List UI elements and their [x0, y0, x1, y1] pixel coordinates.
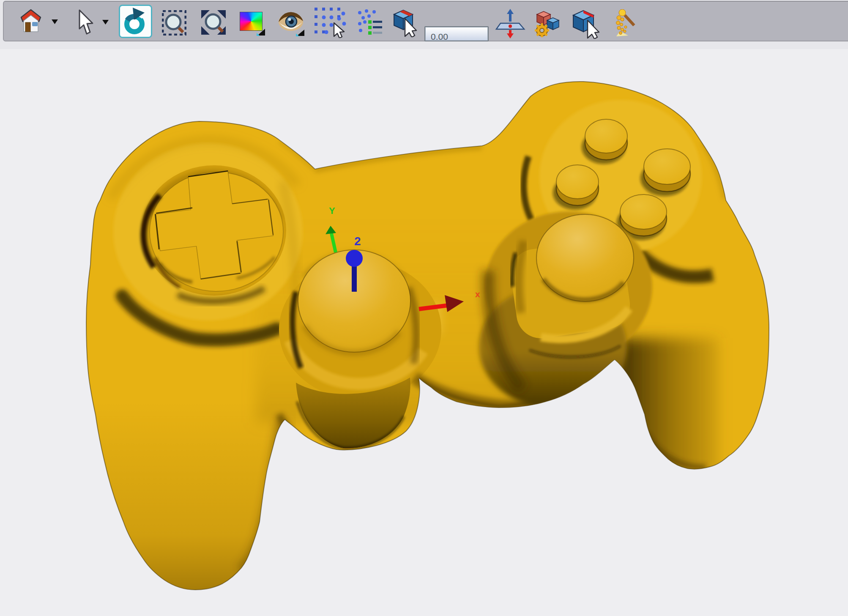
svg-text:x: x	[475, 289, 480, 299]
svg-text:2: 2	[354, 235, 361, 248]
svg-text:Y: Y	[329, 205, 335, 216]
